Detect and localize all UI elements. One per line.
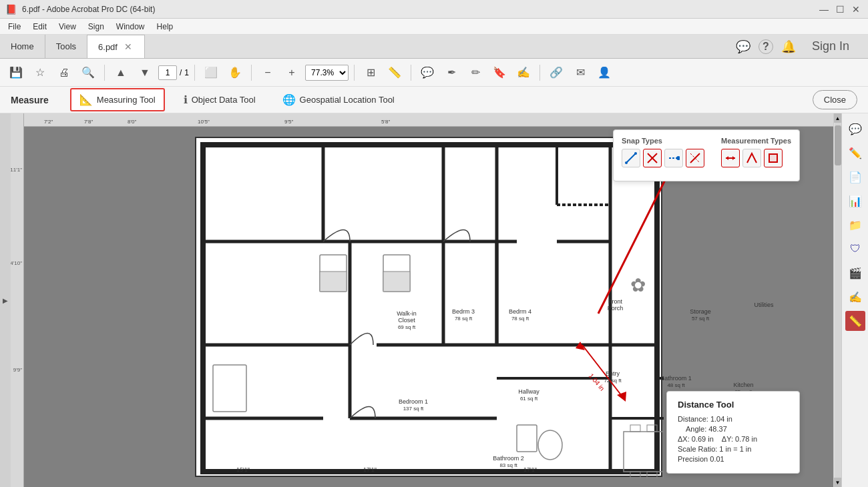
menu-edit[interactable]: Edit [27, 21, 52, 33]
tab-close-button[interactable]: ✕ [123, 40, 134, 53]
ruler-mark-1: 7'2" [44, 119, 53, 125]
ruler-button[interactable]: 📏 [384, 62, 405, 83]
grid-button[interactable]: ⊞ [360, 62, 381, 83]
snap-perp-icon [689, 152, 701, 164]
menu-sign[interactable]: Sign [83, 21, 110, 33]
toolbar-separator-4 [354, 65, 355, 81]
sidebar-icon-measure[interactable]: 📏 [845, 311, 865, 331]
ruler-mark-4: 10'5" [198, 119, 210, 125]
chat-icon[interactable]: 💬 [736, 39, 750, 54]
measure-type-2[interactable] [742, 149, 761, 167]
room-storage: Storage57 sq ft [677, 308, 724, 322]
ruler-left: 11'1" 14'10" 9'9" [11, 113, 24, 487]
share-button[interactable]: 👤 [594, 62, 615, 83]
maximize-button[interactable]: ☐ [833, 3, 847, 16]
ruler-mark-5: 9'5" [284, 119, 293, 125]
snap-icon-4[interactable] [686, 149, 704, 167]
svg-marker-78 [732, 156, 735, 160]
menu-window[interactable]: Window [111, 21, 150, 33]
measurement-type-icons [721, 149, 791, 167]
tab-file[interactable]: 6.pdf ✕ [87, 35, 145, 58]
svg-text:17'1": 17'1" [523, 466, 537, 473]
tab-tools[interactable]: Tools [45, 35, 87, 58]
object-data-tool-button[interactable]: ℹ Object Data Tool [176, 89, 264, 110]
help-icon[interactable]: ? [758, 39, 773, 54]
menu-help[interactable]: Help [152, 21, 179, 33]
select-tool-button[interactable]: ⬜ [200, 62, 222, 83]
hand-tool-button[interactable]: ✋ [224, 62, 246, 83]
menu-view[interactable]: View [53, 21, 81, 33]
pen-button[interactable]: ✒ [441, 62, 462, 83]
ruler-mark-2: 7'8" [84, 119, 93, 125]
save-button[interactable]: 💾 [5, 62, 27, 83]
svg-rect-38 [383, 272, 410, 292]
mail-button[interactable]: ✉ [570, 62, 591, 83]
left-panel-toggle[interactable]: ▶ [0, 113, 11, 487]
highlight-button[interactable]: ✏ [465, 62, 486, 83]
stamp-button[interactable]: 🔖 [489, 62, 510, 83]
zoom-in-button[interactable]: + [281, 62, 302, 83]
sidebar-icon-film[interactable]: 🎬 [845, 263, 865, 283]
snap-icon-1[interactable] [622, 149, 640, 167]
measure-type-1[interactable] [721, 149, 740, 167]
geospatial-tool-button[interactable]: 🌐 Geospatial Location Tool [274, 89, 403, 110]
snap-icon-3[interactable] [664, 149, 683, 167]
precision-row: Precision 0.01 [678, 455, 789, 463]
delta-row: ΔX: 0.69 in ΔY: 0.78 in [678, 435, 789, 443]
notification-icon[interactable]: 🔔 [781, 39, 796, 54]
next-page-button[interactable]: ▼ [134, 62, 156, 83]
svg-rect-37 [320, 272, 347, 292]
svg-point-70 [634, 152, 637, 155]
snap-endpoint-icon [668, 152, 680, 164]
ruler-mark-3: 8'0" [128, 119, 136, 125]
zoom-out-button[interactable]: − [257, 62, 278, 83]
prev-page-button[interactable]: ▲ [110, 62, 132, 83]
scroll-thumb[interactable] [835, 125, 841, 165]
menu-bar: File Edit View Sign Window Help [0, 19, 868, 35]
sign-in-button[interactable]: Sign In [804, 37, 857, 56]
toolbar-separator-5 [411, 65, 411, 81]
close-measure-button[interactable]: Close [813, 90, 857, 109]
floor-plan: 1.04 in [195, 137, 662, 477]
menu-file[interactable]: File [3, 21, 26, 33]
distance-row: Distance: 1.04 in [678, 415, 789, 423]
comment-button[interactable]: 💬 [417, 62, 438, 83]
svg-rect-48 [630, 425, 640, 432]
search-button[interactable]: 🔍 [77, 62, 99, 83]
sidebar-icon-chart[interactable]: 📊 [845, 191, 865, 211]
page-number-input[interactable] [158, 65, 177, 80]
svg-marker-32 [617, 392, 626, 402]
link-button[interactable]: 🔗 [546, 62, 567, 83]
main-area: ▶ 7'2" 7'8" 8'0" 10'5" 9'5" 5'8" 11'1" 1… [0, 113, 868, 487]
window-controls[interactable]: — ☐ ✕ [817, 3, 863, 16]
toolbar-separator-2 [194, 65, 195, 81]
sign-button[interactable]: ✍ [513, 62, 534, 83]
sidebar-icon-comment[interactable]: 💬 [845, 119, 865, 139]
scroll-down-button[interactable]: ▼ [834, 478, 842, 487]
scroll-up-button[interactable]: ▲ [834, 113, 842, 123]
sidebar-icon-pen[interactable]: ✏️ [845, 143, 865, 163]
toolbar-separator-1 [104, 65, 105, 81]
tab-home[interactable]: Home [0, 35, 45, 58]
svg-point-74 [676, 156, 680, 160]
measure-type-3[interactable] [764, 149, 783, 167]
measure-area-icon [767, 152, 779, 164]
snap-panel: Snap Types [613, 129, 800, 181]
snap-type-icons [622, 149, 704, 167]
snap-icon-2[interactable] [643, 149, 662, 167]
bookmark-button[interactable]: ☆ [29, 62, 51, 83]
sidebar-icon-highlight[interactable]: ✍️ [845, 287, 865, 307]
ruler-top: 7'2" 7'8" 8'0" 10'5" 9'5" 5'8" [11, 113, 833, 127]
zoom-select[interactable]: 77.3% 50% 75% 100% 125% [305, 65, 349, 81]
close-button[interactable]: ✕ [849, 3, 863, 16]
print-button[interactable]: 🖨 [53, 62, 75, 83]
measuring-tool-button[interactable]: 📐 Measuring Tool [70, 88, 165, 111]
scroll-track[interactable] [835, 123, 841, 478]
sidebar-icon-pdf[interactable]: 📄 [845, 167, 865, 187]
sidebar-icon-shield[interactable]: 🛡 [845, 239, 865, 259]
object-data-icon: ℹ [184, 93, 188, 106]
minimize-button[interactable]: — [817, 3, 831, 16]
pdf-viewer[interactable]: 7'2" 7'8" 8'0" 10'5" 9'5" 5'8" 11'1" 14'… [11, 113, 833, 487]
sidebar-icon-folder[interactable]: 📁 [845, 215, 865, 235]
scrollbar[interactable]: ▲ ▼ [833, 113, 841, 487]
